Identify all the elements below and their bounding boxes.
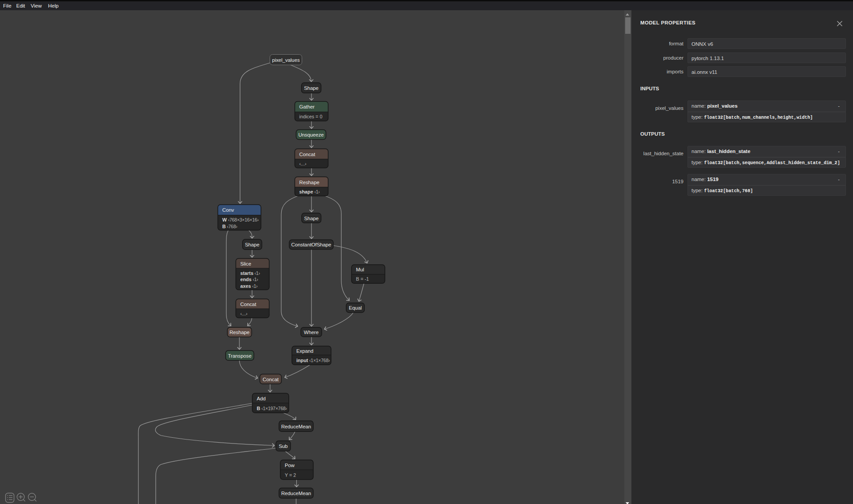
svg-text:axes ‹1›: axes ‹1› bbox=[240, 283, 258, 289]
svg-text:Shape: Shape bbox=[304, 85, 319, 91]
svg-text:Transpose: Transpose bbox=[228, 353, 251, 359]
svg-text:ConstantOfShape: ConstantOfShape bbox=[291, 242, 331, 247]
svg-text:ReduceMean: ReduceMean bbox=[281, 424, 311, 429]
svg-text:B ‹768›: B ‹768› bbox=[222, 224, 238, 229]
svg-text:Gather: Gather bbox=[299, 104, 315, 109]
svg-text:shape ‹1›: shape ‹1› bbox=[299, 189, 320, 194]
svg-text:Concat: Concat bbox=[299, 152, 316, 157]
svg-text:Equal: Equal bbox=[349, 305, 362, 310]
svg-text:Reshape: Reshape bbox=[299, 180, 319, 185]
svg-text:Y = 2: Y = 2 bbox=[285, 472, 296, 478]
svg-text:Shape: Shape bbox=[304, 216, 319, 221]
svg-text:indices = 0: indices = 0 bbox=[299, 114, 323, 119]
svg-text:Add: Add bbox=[257, 396, 266, 401]
svg-text:Mul: Mul bbox=[356, 267, 364, 272]
svg-text:W ‹768×3×16×16›: W ‹768×3×16×16› bbox=[222, 217, 259, 222]
svg-text:Unsqueeze: Unsqueeze bbox=[298, 132, 323, 137]
svg-text:Pow: Pow bbox=[285, 463, 295, 468]
svg-text:B = -1: B = -1 bbox=[356, 276, 369, 282]
svg-text:‹...›: ‹...› bbox=[240, 311, 248, 316]
svg-text:Expand: Expand bbox=[296, 348, 313, 354]
svg-text:Reshape: Reshape bbox=[230, 330, 250, 335]
svg-text:Shape: Shape bbox=[245, 242, 259, 247]
svg-text:Sub: Sub bbox=[279, 444, 287, 449]
svg-text:ends ‹1›: ends ‹1› bbox=[240, 277, 259, 282]
svg-text:Concat: Concat bbox=[263, 377, 279, 382]
svg-text:Slice: Slice bbox=[240, 261, 251, 266]
svg-text:pixel_values: pixel_values bbox=[272, 57, 300, 63]
svg-text:Concat: Concat bbox=[240, 302, 257, 307]
svg-text:Conv: Conv bbox=[222, 207, 234, 213]
svg-text:B ‹1×197×768›: B ‹1×197×768› bbox=[257, 406, 287, 411]
svg-text:input ‹1×1×768›: input ‹1×1×768› bbox=[296, 358, 330, 363]
svg-text:ReduceMean: ReduceMean bbox=[281, 491, 311, 496]
svg-text:‹...›: ‹...› bbox=[299, 161, 307, 166]
svg-text:Where: Where bbox=[304, 330, 319, 335]
svg-text:starts ‹1›: starts ‹1› bbox=[240, 270, 260, 276]
